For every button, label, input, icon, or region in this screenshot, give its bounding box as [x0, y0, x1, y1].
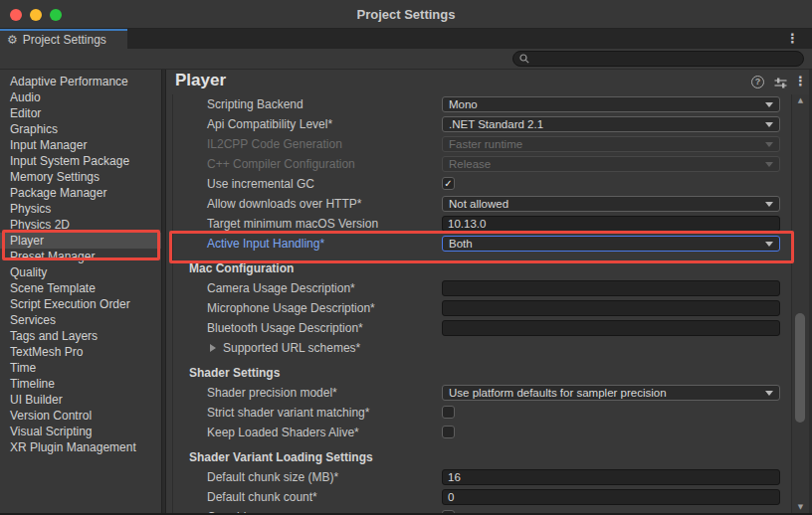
sidebar-item-input-manager[interactable]: Input Manager	[0, 137, 161, 153]
strict-shader-variant-matching-checkbox[interactable]	[442, 406, 455, 419]
dropdown-value: Mono	[449, 98, 761, 110]
help-icon[interactable]: ?	[751, 76, 764, 88]
toolbar	[0, 49, 812, 70]
row-camera-usage-description: Camera Usage Description*	[166, 278, 791, 298]
dropdown-value: Faster runtime	[449, 138, 761, 150]
il2cpp-code-generation-dropdown[interactable]: Faster runtime	[442, 136, 780, 152]
allow-downloads-over-http-dropdown[interactable]: Not allowed	[442, 196, 780, 212]
foldout-arrow-icon[interactable]	[210, 344, 216, 352]
scripting-backend-dropdown[interactable]: Mono	[442, 96, 780, 112]
setting-label: Keep Loaded Shaders Alive*	[207, 426, 359, 439]
vertical-scrollbar[interactable]: ▲ ▼	[791, 94, 809, 513]
active-input-handling-dropdown[interactable]: Both	[442, 236, 780, 252]
setting-label: C++ Compiler Configuration	[207, 157, 355, 171]
dropdown-value: Use platform defaults for sampler precis…	[449, 387, 761, 399]
sidebar-item-tags-and-layers[interactable]: Tags and Layers	[0, 328, 161, 344]
bluetooth-usage-description-field[interactable]	[442, 320, 780, 336]
text-control	[442, 300, 780, 316]
dropdown-arrow-icon	[765, 142, 773, 147]
sidebar-item-timeline[interactable]: Timeline	[0, 376, 161, 392]
text-control	[442, 469, 780, 485]
sidebar-item-xr-plugin-management[interactable]: XR Plugin Management	[0, 439, 161, 455]
setting-label[interactable]: Supported URL schemes*	[223, 341, 360, 355]
setting-label: Allow downloads over HTTP*	[207, 197, 361, 211]
camera-usage-description-field[interactable]	[442, 280, 780, 296]
row-target-minimum-macos-version: Target minimum macOS Version	[166, 214, 791, 234]
setting-label: Api Compatibility Level*	[207, 117, 332, 131]
sidebar-item-textmesh-pro[interactable]: TextMesh Pro	[0, 344, 161, 360]
page-title: Player	[175, 71, 226, 90]
dropdown-value: .NET Standard 2.1	[449, 118, 761, 130]
sidebar-item-physics-2d[interactable]: Physics 2D	[0, 217, 161, 233]
sidebar-item-script-execution-order[interactable]: Script Execution Order	[0, 296, 161, 312]
sidebar-item-visual-scripting[interactable]: Visual Scripting	[0, 424, 161, 439]
row-default-chunk-size-mb: Default chunk size (MB)*	[166, 467, 791, 487]
titlebar: Project Settings	[0, 0, 812, 29]
search-box[interactable]	[512, 51, 804, 67]
setting-label: Default chunk count*	[207, 490, 317, 504]
row-bluetooth-usage-description: Bluetooth Usage Description*	[166, 318, 791, 338]
row-shader-precision-model: Shader precision model*Use platform defa…	[166, 383, 791, 403]
project-settings-window: Project Settings ⚙ Project Settings ⋮ Ad…	[0, 0, 812, 515]
sidebar-item-physics[interactable]: Physics	[0, 201, 161, 217]
default-chunk-size-mb-field[interactable]	[442, 469, 780, 485]
scroll-down-icon[interactable]: ▼	[792, 503, 809, 511]
panel-menu-icon[interactable]: ⋮	[794, 72, 807, 91]
target-minimum-macos-version-field[interactable]	[442, 216, 780, 232]
row-api-compatibility-level: Api Compatibility Level*.NET Standard 2.…	[166, 114, 791, 134]
scrollbar-thumb[interactable]	[795, 313, 805, 423]
dropdown-value: Both	[449, 238, 761, 250]
tabbar-menu-icon[interactable]: ⋮	[786, 29, 799, 49]
sidebar-item-editor[interactable]: Editor	[0, 105, 161, 121]
sidebar-item-scene-template[interactable]: Scene Template	[0, 280, 161, 296]
row-default-chunk-count: Default chunk count*	[166, 487, 791, 507]
sidebar-item-time[interactable]: Time	[0, 360, 161, 376]
setting-label: Shader precision model*	[207, 386, 337, 400]
settings-rows: Scripting BackendMonoApi Compatibility L…	[166, 94, 791, 513]
text-control	[442, 489, 780, 505]
setting-label: Scripting Backend	[207, 97, 304, 111]
dropdown-arrow-icon	[765, 202, 773, 207]
setting-label: Strict shader variant matching*	[207, 406, 369, 420]
sidebar-item-input-system-package[interactable]: Input System Package	[0, 153, 161, 169]
sidebar-item-memory-settings[interactable]: Memory Settings	[0, 169, 161, 185]
sidebar-item-audio[interactable]: Audio	[0, 89, 161, 105]
row-il2cpp-code-generation: IL2CPP Code GenerationFaster runtime	[166, 134, 791, 154]
keep-loaded-shaders-alive-checkbox[interactable]	[442, 426, 455, 438]
sidebar-item-graphics[interactable]: Graphics	[0, 121, 161, 137]
row-c-compiler-configuration: C++ Compiler ConfigurationRelease	[166, 154, 791, 174]
checkbox-control: ✓	[442, 176, 780, 192]
sidebar-item-preset-manager[interactable]: Preset Manager	[0, 249, 161, 264]
gear-icon: ⚙	[7, 34, 18, 46]
scroll-up-icon[interactable]: ▲	[792, 96, 809, 104]
sidebar-item-version-control[interactable]: Version Control	[0, 408, 161, 424]
section-mac-configuration: Mac Configuration	[166, 258, 791, 278]
tab-project-settings[interactable]: ⚙ Project Settings	[0, 29, 127, 49]
search-icon	[519, 54, 529, 64]
api-compatibility-level-dropdown[interactable]: .NET Standard 2.1	[442, 116, 780, 132]
presets-icon[interactable]	[774, 77, 787, 89]
search-input[interactable]	[533, 53, 797, 65]
setting-label: Default chunk size (MB)*	[207, 470, 338, 484]
shader-precision-model-dropdown[interactable]: Use platform defaults for sampler precis…	[442, 385, 780, 401]
sidebar-item-services[interactable]: Services	[0, 312, 161, 328]
use-incremental-gc-checkbox[interactable]: ✓	[442, 177, 455, 190]
sidebar-item-package-manager[interactable]: Package Manager	[0, 185, 161, 201]
sidebar-item-ui-builder[interactable]: UI Builder	[0, 392, 161, 408]
sidebar-item-adaptive-performance[interactable]: Adaptive Performance	[0, 74, 161, 89]
row-allow-downloads-over-http: Allow downloads over HTTP*Not allowed	[166, 194, 791, 214]
row-keep-loaded-shaders-alive: Keep Loaded Shaders Alive*	[166, 423, 791, 442]
row-active-input-handling: Active Input Handling*Both	[166, 234, 791, 254]
tab-bar: ⚙ Project Settings ⋮	[0, 29, 812, 49]
sidebar-item-player[interactable]: Player	[0, 233, 161, 249]
setting-label: Shader Settings	[189, 366, 280, 380]
text-control	[442, 320, 780, 336]
microphone-usage-description-field[interactable]	[442, 300, 780, 316]
setting-label: Use incremental GC	[207, 177, 314, 191]
sidebar-item-quality[interactable]: Quality	[0, 264, 161, 280]
c-compiler-configuration-dropdown[interactable]: Release	[442, 156, 780, 172]
setting-label: IL2CPP Code Generation	[207, 137, 342, 151]
text-control	[442, 280, 780, 296]
default-chunk-count-field[interactable]	[442, 489, 780, 505]
row-supported-url-schemes: Supported URL schemes*	[166, 338, 791, 358]
